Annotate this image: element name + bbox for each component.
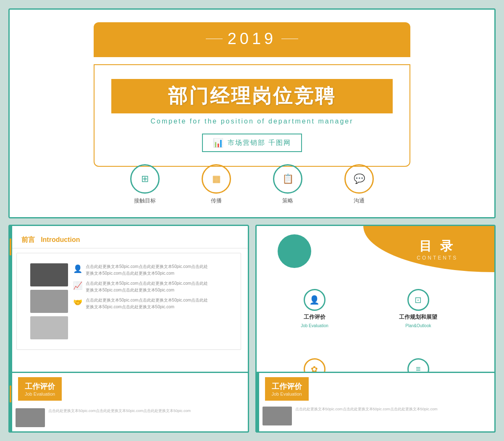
orange-tab-2 (8, 386, 11, 402)
person-icon: 👤 (73, 264, 82, 273)
partial-text-1: 点击此处更换文本50pic.com点击此处更换文本50pic.com点击此处更换… (48, 408, 242, 427)
slide-4-title-en: Job Evaluation (25, 391, 55, 396)
partial-row: 工作评价 Job Evaluation 点击此处更换文本50pic.com点击此… (8, 372, 496, 433)
slide-5-title-zh: 工作评价 (272, 381, 302, 391)
slide-5-partial-content: 点击此处更换文本50pic.com点击此处更换文本50pic.com点击此处更换… (257, 403, 495, 429)
ci-label-en-2: Plan&Outlook (405, 323, 431, 328)
teal-left-bar-3 (257, 373, 259, 431)
slide-2-header: 前言 Introduction (10, 226, 248, 249)
dept-badge: 📊 市场营销部 千图网 (202, 134, 302, 152)
contents-title-zh: 目 录 (419, 238, 455, 255)
content-box: 部门经理岗位竞聘 Compete for the position of dep… (94, 64, 410, 167)
icon-circle-3: 📋 策略 (273, 164, 302, 205)
contents-item-2: ⊡ 工作规划和展望 Plan&Outlook (368, 289, 468, 354)
partial-img-2 (262, 407, 292, 425)
icon-circle-4: 💬 沟通 (344, 164, 374, 205)
orange-header: 2019 (94, 22, 410, 57)
slide-1: 2019 部门经理岗位竞聘 Compete for the position o… (8, 8, 496, 218)
slide4-header-area: 工作评价 Job Evaluation (10, 373, 248, 405)
slide-4-title-zh: 工作评价 (25, 381, 55, 391)
img-2 (30, 290, 68, 313)
img-col (30, 263, 68, 339)
dept-text: 市场营销部 千图网 (228, 139, 291, 147)
slide-4-header: 工作评价 Job Evaluation (18, 377, 62, 401)
text-lines-1: 点击此处更换文本50pic.com点击此处更换文本50pic.com点击此处更换… (86, 263, 208, 277)
icon-inner-3: 📋 (273, 164, 302, 194)
text-item-3: 🤝 点击此处更换文本50pic.com点击此处更换文本50pic.com点击此处… (73, 297, 227, 310)
icon-inner-1: ⊞ (130, 164, 160, 194)
ci-icon-1: 👤 (304, 289, 326, 311)
contents-item-1: 👤 工作评价 Job Evaluation (265, 289, 365, 354)
intro-content-box: 👤 点击此处更换文本50pic.com点击此处更换文本50pic.com点击此处… (16, 253, 241, 350)
slide5-header-area: 工作评价 Job Evaluation (257, 373, 495, 403)
dash-right (281, 39, 298, 39)
icons-row: ⊞ 接触目标 ▦ 传播 📋 策略 💬 沟通 (10, 164, 494, 205)
icon-label-1: 接触目标 (134, 197, 156, 205)
text-item-1: 👤 点击此处更换文本50pic.com点击此处更换文本50pic.com点击此处… (73, 263, 227, 277)
contents-title-en: CONTENTS (417, 255, 458, 261)
teal-circle-decoration (278, 234, 311, 268)
ci-label-en-1: Job Evaluation (301, 323, 328, 328)
slide-4-partial-content: 点击此处更换文本50pic.com点击此处更换文本50pic.com点击此处更换… (10, 405, 248, 430)
ci-label-zh-2: 工作规划和展望 (399, 313, 437, 321)
text-lines-3: 点击此处更换文本50pic.com点击此处更换文本50pic.com点击此处更换… (86, 297, 208, 310)
partial-text-2: 点击此处更换文本50pic.com点击此处更换文本50pic.com点击此处更换… (295, 407, 489, 425)
page-wrapper: 2019 部门经理岗位竞聘 Compete for the position o… (0, 0, 504, 441)
text-item-2: 📈 点击此处更换文本50pic.com点击此处更换文本50pic.com点击此处… (73, 280, 227, 294)
dept-icon: 📊 (213, 138, 223, 148)
icon-inner-4: 💬 (344, 164, 374, 194)
intro-title-zh: 前言 (21, 236, 35, 243)
icon-label-2: 传播 (211, 197, 222, 205)
icon-label-3: 策略 (282, 197, 293, 205)
ci-icon-2: ⊡ (407, 289, 429, 311)
orange-tab (8, 239, 11, 255)
slide-5-title-en: Job Evaluation (272, 391, 302, 396)
contents-title-area: 目 录 CONTENTS (363, 226, 494, 272)
main-title: 部门经理岗位竞聘 (111, 79, 393, 113)
slide-2-content: 👤 点击此处更换文本50pic.com点击此处更换文本50pic.com点击此处… (24, 257, 234, 345)
dash-left (206, 39, 223, 39)
intro-title-en: Introduction (41, 236, 80, 243)
hand-icon: 🤝 (73, 298, 82, 307)
chart-icon: 📈 (73, 281, 82, 290)
subtitle: Compete for the position of department m… (150, 118, 353, 125)
text-col: 👤 点击此处更换文本50pic.com点击此处更换文本50pic.com点击此处… (73, 263, 227, 339)
img-1 (30, 263, 68, 286)
intro-title: 前言 Introduction (18, 234, 239, 244)
icon-circle-2: ▦ 传播 (202, 164, 231, 205)
ci-label-zh-1: 工作评价 (304, 313, 326, 321)
slide-5-partial: 工作评价 Job Evaluation 点击此处更换文本50pic.com点击此… (255, 372, 496, 433)
text-lines-2: 点击此处更换文本50pic.com点击此处更换文本50pic.com点击此处更换… (86, 280, 208, 294)
icon-circle-1: ⊞ 接触目标 (130, 164, 160, 205)
icon-inner-2: ▦ (202, 164, 231, 194)
year-display: 2019 (110, 30, 394, 48)
partial-img-1 (16, 408, 45, 427)
img-3 (30, 316, 68, 339)
icon-label-4: 沟通 (354, 197, 365, 205)
slide-5-header: 工作评价 Job Evaluation (265, 377, 309, 401)
slide-4-job-evaluation: 工作评价 Job Evaluation 点击此处更换文本50pic.com点击此… (8, 372, 249, 433)
year-number: 2019 (228, 30, 277, 48)
